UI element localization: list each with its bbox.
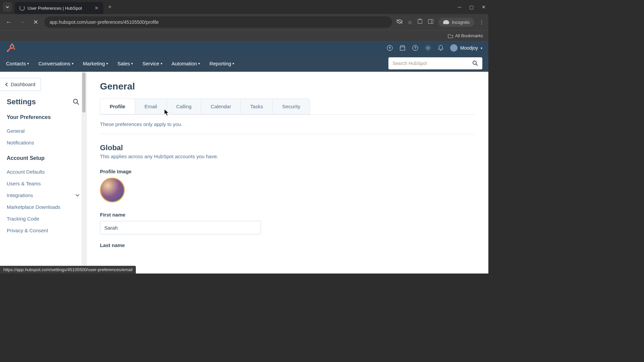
window-controls: ─ ▢ ✕ bbox=[458, 4, 486, 10]
all-bookmarks-button[interactable]: All Bookmarks bbox=[448, 33, 483, 38]
nav-marketing[interactable]: Marketing▾ bbox=[83, 61, 108, 66]
main-content: General Profile Email Calling Calendar T… bbox=[87, 72, 488, 274]
nav-contacts[interactable]: Contacts▾ bbox=[6, 61, 29, 66]
profile-image-label: Profile Image bbox=[100, 169, 475, 174]
nav-automation[interactable]: Automation▾ bbox=[172, 61, 200, 66]
nav-reporting[interactable]: Reporting▾ bbox=[209, 61, 234, 66]
app-viewport: ? Moodjoy ▾ Contacts▾ Conversations▾ Mar… bbox=[0, 41, 488, 274]
new-tab-button[interactable]: + bbox=[108, 4, 112, 11]
svg-rect-10 bbox=[400, 47, 405, 50]
nav-conversations[interactable]: Conversations▾ bbox=[38, 61, 73, 66]
svg-point-6 bbox=[7, 50, 9, 52]
stop-reload-button[interactable]: ✕ bbox=[31, 17, 40, 27]
svg-text:?: ? bbox=[414, 46, 416, 50]
settings-sidebar: Dashboard Settings Your Preferences Gene… bbox=[0, 72, 87, 274]
sidebar-item-account-defaults[interactable]: Account Defaults bbox=[7, 166, 79, 178]
close-window-button[interactable]: ✕ bbox=[482, 4, 486, 10]
bookmark-star-icon[interactable]: ☆ bbox=[408, 19, 412, 25]
search-box[interactable] bbox=[388, 57, 482, 69]
sidebar-item-integrations[interactable]: Integrations bbox=[7, 189, 79, 201]
chevron-left-icon bbox=[5, 82, 8, 86]
close-tab-button[interactable]: ✕ bbox=[95, 5, 99, 11]
tab-profile[interactable]: Profile bbox=[100, 99, 135, 114]
svg-point-13 bbox=[427, 47, 429, 49]
last-name-label: Last name bbox=[100, 242, 475, 248]
tab-tasks[interactable]: Tasks bbox=[241, 99, 273, 114]
marketplace-icon[interactable] bbox=[399, 45, 406, 51]
browser-tab-strip: User Preferences | HubSpot ✕ + ─ ▢ ✕ bbox=[0, 0, 488, 14]
svg-point-8 bbox=[14, 48, 15, 50]
svg-line-15 bbox=[476, 64, 478, 66]
url-bar[interactable]: app.hubspot.com/user-preferences/4510550… bbox=[44, 16, 392, 28]
user-name: Moodjoy bbox=[460, 45, 478, 51]
browser-toolbar: ← → ✕ app.hubspot.com/user-preferences/4… bbox=[0, 14, 488, 30]
browser-tab-active[interactable]: User Preferences | HubSpot ✕ bbox=[15, 2, 103, 14]
search-icon bbox=[472, 60, 478, 66]
sidebar-section-preferences: Your Preferences bbox=[7, 114, 79, 120]
incognito-badge[interactable]: Incognito bbox=[438, 18, 474, 27]
sidebar-scrollbar[interactable] bbox=[82, 72, 86, 274]
incognito-mask-icon bbox=[443, 20, 449, 24]
extensions-icon[interactable] bbox=[417, 18, 423, 26]
main-nav: Contacts▾ Conversations▾ Marketing▾ Sale… bbox=[0, 55, 488, 72]
incognito-label: Incognito bbox=[452, 20, 470, 25]
tab-search-button[interactable] bbox=[3, 2, 12, 12]
nav-sales[interactable]: Sales▾ bbox=[117, 61, 133, 66]
sidepanel-icon[interactable] bbox=[428, 18, 434, 26]
settings-heading: Settings bbox=[7, 98, 36, 106]
sidebar-item-notifications[interactable]: Notifications bbox=[7, 137, 79, 148]
svg-rect-1 bbox=[419, 19, 421, 20]
minimize-button[interactable]: ─ bbox=[458, 4, 461, 10]
sidebar-item-marketplace-downloads[interactable]: Marketplace Downloads bbox=[7, 201, 79, 213]
svg-rect-2 bbox=[428, 19, 433, 23]
sidebar-item-privacy-consent[interactable]: Privacy & Consent bbox=[7, 225, 79, 236]
browser-menu-button[interactable]: ⋮ bbox=[479, 19, 484, 25]
global-section-subtitle: This applies across any HubSpot accounts… bbox=[100, 154, 475, 159]
settings-gear-icon[interactable] bbox=[425, 45, 431, 51]
tab-title: User Preferences | HubSpot bbox=[28, 6, 82, 11]
user-menu[interactable]: Moodjoy ▾ bbox=[450, 44, 482, 52]
forward-button[interactable]: → bbox=[17, 17, 27, 27]
tab-list: Profile Email Calling Calendar Tasks Sec… bbox=[100, 99, 310, 114]
url-text: app.hubspot.com/user-preferences/4510550… bbox=[50, 19, 159, 25]
nav-service[interactable]: Service▾ bbox=[142, 61, 162, 66]
bookmarks-bar: All Bookmarks bbox=[0, 30, 488, 41]
back-to-dashboard-button[interactable]: Dashboard bbox=[0, 78, 41, 91]
upgrade-icon[interactable] bbox=[386, 45, 393, 51]
maximize-button[interactable]: ▢ bbox=[469, 4, 474, 10]
search-input[interactable] bbox=[392, 61, 472, 66]
sidebar-item-tracking-code[interactable]: Tracking Code bbox=[7, 213, 79, 225]
svg-rect-0 bbox=[418, 19, 422, 23]
help-text: These preferences only apply to you. bbox=[100, 121, 475, 134]
svg-point-16 bbox=[73, 99, 77, 103]
user-avatar-small bbox=[450, 44, 458, 52]
folder-icon bbox=[448, 34, 453, 38]
sidebar-item-general[interactable]: General bbox=[7, 125, 79, 137]
tab-security[interactable]: Security bbox=[273, 99, 310, 114]
chevron-down-icon bbox=[75, 194, 79, 197]
svg-point-14 bbox=[473, 61, 476, 64]
incognito-eye-icon[interactable] bbox=[396, 19, 403, 25]
sidebar-section-account: Account Setup bbox=[7, 155, 79, 161]
settings-search-icon[interactable] bbox=[73, 99, 79, 105]
svg-line-17 bbox=[77, 103, 79, 105]
page-title: General bbox=[100, 81, 475, 92]
svg-point-7 bbox=[11, 43, 13, 45]
chevron-down-icon: ▾ bbox=[481, 46, 482, 50]
help-icon[interactable]: ? bbox=[412, 45, 419, 51]
browser-status-bar: https://app.hubspot.com/settings/4510550… bbox=[0, 266, 136, 274]
back-button[interactable]: ← bbox=[4, 17, 13, 27]
sidebar-item-users-teams[interactable]: Users & Teams bbox=[7, 178, 79, 189]
profile-avatar[interactable] bbox=[100, 178, 125, 202]
notifications-bell-icon[interactable] bbox=[437, 45, 444, 51]
tab-calling[interactable]: Calling bbox=[167, 99, 201, 114]
app-header: ? Moodjoy ▾ bbox=[0, 41, 488, 55]
hubspot-logo[interactable] bbox=[6, 43, 15, 53]
global-section-title: Global bbox=[100, 143, 475, 152]
tab-calendar[interactable]: Calendar bbox=[201, 99, 241, 114]
first-name-input[interactable] bbox=[100, 221, 261, 234]
first-name-label: First name bbox=[100, 212, 475, 218]
svg-line-5 bbox=[8, 48, 11, 51]
loading-spinner-icon bbox=[19, 5, 25, 11]
tab-email[interactable]: Email bbox=[135, 99, 167, 114]
